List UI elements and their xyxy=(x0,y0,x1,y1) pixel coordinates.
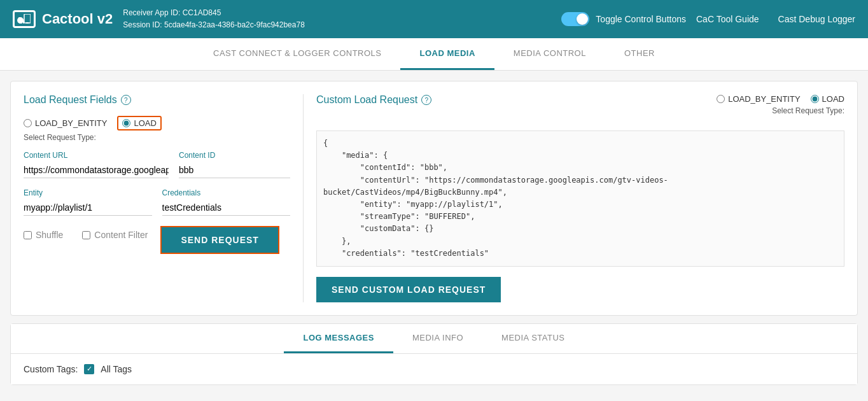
custom-load-header: Custom Load Request ? LOAD_BY_ENTITY LOA… xyxy=(316,94,844,124)
custom-radio-load[interactable]: LOAD xyxy=(811,94,844,104)
radio-load-input[interactable] xyxy=(122,119,130,127)
send-request-button[interactable]: SEND REQUEST xyxy=(160,226,279,254)
cast-debug-logger-link[interactable]: Cast Debug Logger xyxy=(778,14,855,24)
main-nav: CAST CONNECT & LOGGER CONTROLS LOAD MEDI… xyxy=(0,38,868,71)
custom-radio-load-by-entity[interactable]: LOAD_BY_ENTITY xyxy=(717,94,800,104)
custom-load-request-title: Custom Load Request ? xyxy=(316,94,431,106)
tab-load-media[interactable]: LOAD MEDIA xyxy=(400,38,494,70)
entity-label: Entity xyxy=(24,188,152,197)
content-url-label: Content URL xyxy=(24,151,169,160)
load-request-fields-title: Load Request Fields ? xyxy=(24,94,290,106)
json-content-area[interactable]: { "media": { "contentId": "bbb", "conten… xyxy=(316,130,844,267)
custom-tags-label: Custom Tags: xyxy=(24,364,78,374)
tab-media-status[interactable]: MEDIA STATUS xyxy=(482,324,584,353)
load-request-help-icon[interactable]: ? xyxy=(121,95,131,105)
toggle-label: Toggle Control Buttons xyxy=(596,14,686,24)
shuffle-checkbox[interactable] xyxy=(24,231,32,239)
custom-load-help-icon[interactable]: ? xyxy=(421,95,431,105)
toggle-control-buttons[interactable] xyxy=(561,12,589,26)
tab-other[interactable]: OTHER xyxy=(605,38,674,70)
form-row-url-id: Content URL Content ID xyxy=(24,151,290,178)
content-id-label: Content ID xyxy=(179,151,290,160)
cast-logo-icon xyxy=(13,10,36,28)
bottom-section: LOG MESSAGES MEDIA INFO MEDIA STATUS Cus… xyxy=(10,323,858,385)
tab-cast-connect[interactable]: CAST CONNECT & LOGGER CONTROLS xyxy=(194,38,400,70)
credentials-input[interactable] xyxy=(162,200,291,216)
content-id-input[interactable] xyxy=(179,162,290,178)
toggle-area: Toggle Control Buttons xyxy=(561,12,686,26)
bottom-tabs: LOG MESSAGES MEDIA INFO MEDIA STATUS xyxy=(11,324,857,354)
all-tags-label: All Tags xyxy=(101,364,132,374)
tab-log-messages[interactable]: LOG MESSAGES xyxy=(284,324,393,353)
form-row-entity-creds: Entity Credentials xyxy=(24,188,290,216)
load-media-card: Load Request Fields ? LOAD_BY_ENTITY LOA… xyxy=(10,81,858,316)
receiver-app-id: Receiver App ID: CC1AD845 xyxy=(123,7,305,19)
custom-request-type-row: LOAD_BY_ENTITY LOAD Select Request Type: xyxy=(717,94,844,124)
radio-load[interactable]: LOAD xyxy=(117,116,161,130)
custom-tags-row: Custom Tags: All Tags xyxy=(11,354,857,384)
custom-radio-load-by-entity-input[interactable] xyxy=(717,95,725,103)
tab-media-info[interactable]: MEDIA INFO xyxy=(393,324,482,353)
custom-radio-load-input[interactable] xyxy=(811,95,819,103)
svg-rect-0 xyxy=(24,14,31,23)
entity-input[interactable] xyxy=(24,200,152,216)
header-info: Receiver App ID: CC1AD845 Session ID: 5c… xyxy=(123,7,305,31)
left-panel: Load Request Fields ? LOAD_BY_ENTITY LOA… xyxy=(24,94,304,302)
content-id-field: Content ID xyxy=(179,151,290,178)
entity-field: Entity xyxy=(24,188,152,216)
checkbox-row: Shuffle Content Filter xyxy=(24,230,148,240)
request-type-row: LOAD_BY_ENTITY LOAD xyxy=(24,116,290,130)
credentials-label: Credentials xyxy=(162,188,291,197)
logo-text: Cactool v2 xyxy=(42,11,113,27)
all-tags-checkbox[interactable] xyxy=(84,364,94,374)
content-filter-checkbox[interactable] xyxy=(82,231,90,239)
cac-tool-guide-link[interactable]: CaC Tool Guide xyxy=(696,14,759,24)
tab-media-control[interactable]: MEDIA CONTROL xyxy=(494,38,605,70)
send-custom-load-request-button[interactable]: SEND CUSTOM LOAD REQUEST xyxy=(316,277,501,302)
credentials-field: Credentials xyxy=(162,188,291,216)
select-request-type-label: Select Request Type: xyxy=(24,133,290,142)
radio-load-by-entity[interactable]: LOAD_BY_ENTITY xyxy=(24,118,107,128)
content-url-field: Content URL xyxy=(24,151,169,178)
custom-select-request-type-label: Select Request Type: xyxy=(717,106,844,115)
shuffle-checkbox-label[interactable]: Shuffle xyxy=(24,230,63,240)
main-content: Load Request Fields ? LOAD_BY_ENTITY LOA… xyxy=(0,71,868,395)
right-panel: Custom Load Request ? LOAD_BY_ENTITY LOA… xyxy=(304,94,844,302)
radio-load-by-entity-input[interactable] xyxy=(24,119,32,127)
app-header: Cactool v2 Receiver App ID: CC1AD845 Ses… xyxy=(0,0,868,38)
content-url-input[interactable] xyxy=(24,162,169,178)
header-links: CaC Tool Guide Cast Debug Logger xyxy=(696,14,855,24)
logo-area: Cactool v2 xyxy=(13,10,113,28)
content-filter-checkbox-label[interactable]: Content Filter xyxy=(82,230,148,240)
session-id: Session ID: 5cdae4fa-32aa-4386-ba2c-9fac… xyxy=(123,19,305,31)
